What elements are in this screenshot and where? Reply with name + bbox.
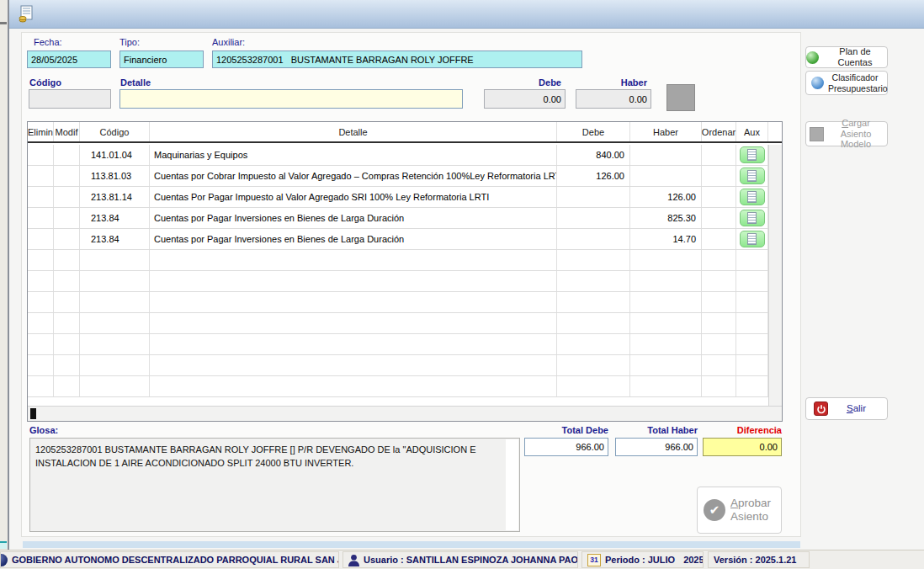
- cell: Cuentas Por Pagar Impuesto al Valor Agre…: [150, 187, 557, 207]
- horizontal-scrollbar[interactable]: [28, 406, 782, 421]
- clasificador-label: Clasificador Presupuestario: [828, 72, 882, 93]
- cell: [28, 187, 54, 207]
- auxiliar-input[interactable]: [212, 51, 582, 68]
- cell: [630, 145, 702, 165]
- aux-document-button[interactable]: [740, 146, 765, 163]
- cell: Cuentas por Pagar Inversiones en Bienes …: [150, 208, 557, 228]
- table-row[interactable]: [28, 355, 768, 376]
- haber-input[interactable]: [576, 89, 651, 109]
- table-row[interactable]: [28, 250, 768, 271]
- diferencia-input[interactable]: [703, 438, 782, 456]
- entity-text: GOBIERNO AUTONOMO DESCENTRALIZADO PARROQ…: [12, 555, 339, 565]
- cell: [557, 292, 630, 312]
- total-haber-input[interactable]: [615, 438, 698, 456]
- table-row[interactable]: [28, 334, 768, 355]
- tipo-label: Tipo:: [119, 37, 140, 47]
- cell: [28, 334, 54, 354]
- glosa-scrollbar[interactable]: [506, 439, 518, 530]
- plan-de-cuentas-button[interactable]: Plan de Cuentas: [805, 46, 888, 68]
- table-row[interactable]: 213.84Cuentas por Pagar Inversiones en B…: [28, 229, 768, 250]
- horizontal-scrollbar-thumb[interactable]: [30, 408, 36, 419]
- vertical-scrollbar[interactable]: [768, 145, 782, 406]
- cell: [150, 271, 557, 291]
- glosa-box[interactable]: 1205253287001 BUSTAMANTE BARRAGAN ROLY J…: [29, 438, 520, 532]
- blue-sphere-icon: [811, 77, 824, 89]
- table-row[interactable]: 213.84Cuentas por Pagar Inversiones en B…: [28, 208, 768, 229]
- cargar-asiento-label: Cargar Asiento Modelo: [828, 118, 884, 150]
- fecha-input[interactable]: [27, 51, 111, 68]
- aux-document-button[interactable]: [740, 210, 765, 226]
- cell: [28, 313, 54, 333]
- fecha-label: Fecha:: [34, 37, 62, 47]
- cargar-asiento-modelo-button[interactable]: Cargar Asiento Modelo: [805, 121, 888, 146]
- column-header[interactable]: Ordenar: [702, 122, 736, 141]
- journal-entry-icon[interactable]: [17, 5, 35, 24]
- column-header[interactable]: Haber: [630, 122, 702, 141]
- usuario-text: Usuario : SANTILLAN ESPINOZA JOHANNA PAO…: [364, 555, 578, 565]
- tipo-input[interactable]: [119, 51, 204, 68]
- column-header[interactable]: Elimin: [28, 122, 54, 141]
- column-header[interactable]: Detalle: [150, 122, 557, 141]
- total-debe-input[interactable]: [524, 438, 608, 456]
- aux-document-button[interactable]: [740, 168, 765, 184]
- column-header[interactable]: Modif: [54, 122, 80, 141]
- aux-document-button[interactable]: [740, 189, 765, 205]
- table-row[interactable]: 113.81.03Cuentas por Cobrar Impuesto al …: [28, 166, 768, 187]
- document-icon: [747, 191, 757, 203]
- column-header[interactable]: Código: [80, 122, 150, 141]
- aux-document-button[interactable]: [740, 231, 765, 247]
- cell: [702, 376, 736, 396]
- cell: [54, 292, 80, 312]
- cell: [736, 229, 768, 249]
- cell: [28, 355, 54, 375]
- cell: [702, 187, 736, 207]
- salir-button[interactable]: Salir: [805, 397, 888, 420]
- cell: [28, 145, 54, 165]
- cell: [28, 229, 54, 249]
- detalle-label: Detalle: [120, 77, 151, 88]
- column-header[interactable]: Debe: [557, 122, 630, 141]
- cell: [150, 334, 557, 354]
- table-row[interactable]: 141.01.04Maquinarias y Equipos840.00: [28, 145, 768, 166]
- cell: [54, 313, 80, 333]
- check-icon: ✔: [704, 499, 725, 521]
- version-text: Versión : 2025.1.21: [714, 555, 796, 565]
- cell: [80, 313, 150, 333]
- cell: [702, 229, 736, 249]
- debe-label: Debe: [484, 77, 561, 88]
- debe-input[interactable]: [484, 89, 566, 109]
- table-row[interactable]: 213.81.14Cuentas Por Pagar Impuesto al V…: [28, 187, 768, 208]
- auxiliar-label: Auxiliar:: [212, 37, 245, 47]
- clasificador-presupuestario-button[interactable]: Clasificador Presupuestario: [805, 71, 888, 95]
- cell: Cuentas por Cobrar Impuesto al Valor Agr…: [150, 166, 557, 186]
- user-icon: [348, 554, 359, 566]
- table-row[interactable]: [28, 376, 768, 397]
- cell: 113.81.03: [80, 166, 150, 186]
- cell: [150, 376, 557, 396]
- cell: 213.84: [80, 229, 150, 249]
- status-bar: GOBIERNO AUTONOMO DESCENTRALIZADO PARROQ…: [0, 550, 924, 569]
- cell: [736, 292, 768, 312]
- cell: [702, 334, 736, 354]
- diferencia-label: Diferencia: [703, 425, 782, 435]
- cell: [557, 376, 630, 396]
- codigo-input[interactable]: [29, 89, 111, 109]
- add-line-button[interactable]: [666, 84, 695, 111]
- detalle-input[interactable]: [119, 89, 463, 109]
- cell: [150, 355, 557, 375]
- background-fragment-cyan: [0, 541, 7, 549]
- total-haber-label: Total Haber: [615, 425, 698, 435]
- table-row[interactable]: [28, 313, 768, 334]
- column-header[interactable]: Aux: [736, 122, 768, 141]
- haber-label: Haber: [576, 77, 647, 88]
- window-toolbar: [9, 0, 924, 29]
- table-row[interactable]: [28, 271, 768, 292]
- aprobar-asiento-button[interactable]: ✔ Aprobar Asiento: [697, 487, 782, 534]
- cell: [28, 271, 54, 291]
- table-row[interactable]: [28, 292, 768, 313]
- status-usuario: Usuario : SANTILLAN ESPINOZA JOHANNA PAO…: [343, 551, 578, 568]
- cell: [630, 250, 702, 270]
- background-window-sliver: [0, 0, 8, 569]
- cell: [630, 376, 702, 396]
- cell: [736, 355, 768, 375]
